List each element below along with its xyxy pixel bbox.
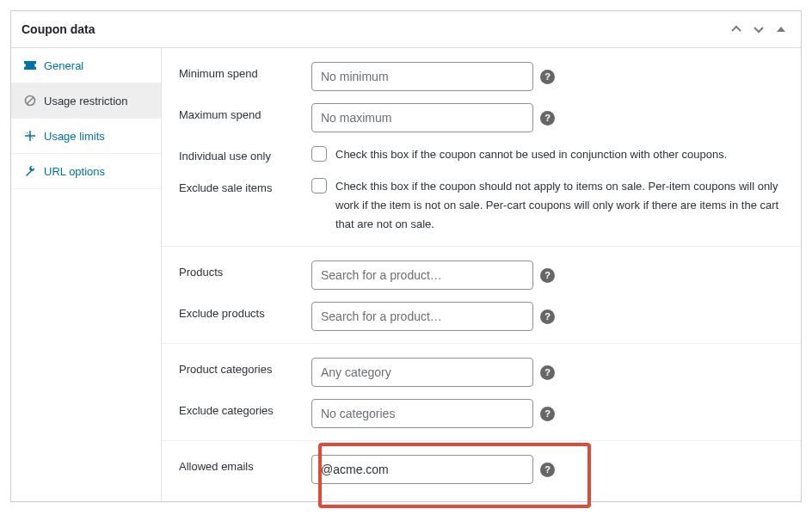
help-icon[interactable]: ? [540,407,555,421]
ban-icon [23,94,37,107]
panel-header: Coupon data [11,11,801,48]
products-label: Products [179,260,311,279]
minimum-spend-row: Minimum spend ? [162,50,801,91]
tabs-list: General Usage restriction Usage limits U… [11,48,162,501]
individual-use-row: Individual use only Check this box if th… [162,132,801,164]
panel-title: Coupon data [22,22,95,36]
help-icon[interactable]: ? [540,111,555,126]
exclude-products-row: Exclude products ? [162,290,801,331]
tab-usage-limits[interactable]: Usage limits [11,119,161,154]
tab-url-options[interactable]: URL options [11,154,161,189]
coupon-data-panel: Coupon data General [10,10,802,502]
exclude-sale-row: Exclude sale items Check this box if the… [162,164,801,234]
products-row: Products ? [162,248,801,290]
help-icon[interactable]: ? [540,310,555,324]
exclude-categories-input[interactable] [311,399,533,428]
tab-content: Minimum spend ? Maximum spend ? Individu… [162,48,801,501]
maximum-spend-label: Maximum spend [179,103,311,121]
allowed-emails-row: Allowed emails ? [162,443,801,484]
individual-use-checkbox[interactable] [311,146,327,162]
svg-line-1 [27,97,34,104]
exclude-categories-row: Exclude categories ? [162,387,801,428]
tab-label: URL options [44,165,105,178]
exclude-sale-label: Exclude sale items [179,176,311,194]
individual-use-help: Check this box if the coupon cannot be u… [335,144,727,164]
limits-icon [23,129,37,143]
exclude-sale-checkbox[interactable] [311,178,327,193]
move-up-icon[interactable] [727,20,746,39]
product-categories-input[interactable] [311,358,533,387]
exclude-categories-label: Exclude categories [179,399,311,417]
spend-section: Minimum spend ? Maximum spend ? Individu… [162,48,801,247]
product-categories-label: Product categories [179,358,311,376]
tab-label: Usage restriction [44,95,128,107]
panel-body: General Usage restriction Usage limits U… [11,48,801,501]
allowed-emails-label: Allowed emails [179,455,311,473]
product-categories-row: Product categories ? [162,346,801,387]
help-icon[interactable]: ? [540,268,555,283]
exclude-products-input[interactable] [311,302,533,331]
wrench-icon [23,164,37,178]
products-section: Products ? Exclude products ? [162,247,801,344]
categories-section: Product categories ? Exclude categories … [162,344,801,441]
products-input[interactable] [311,260,533,290]
tab-label: General [44,59,83,72]
header-controls [727,20,790,39]
help-icon[interactable]: ? [540,365,555,380]
maximum-spend-row: Maximum spend ? [162,91,801,132]
ticket-icon [23,58,37,72]
tab-label: Usage limits [44,130,105,143]
maximum-spend-input[interactable] [311,103,533,132]
emails-section: Allowed emails ? [162,441,801,501]
allowed-emails-input[interactable] [311,455,533,484]
individual-use-label: Individual use only [179,144,311,162]
exclude-products-label: Exclude products [179,302,311,320]
minimum-spend-input[interactable] [311,62,533,91]
move-down-icon[interactable] [749,20,768,39]
tab-general[interactable]: General [11,48,161,83]
collapse-toggle-icon[interactable] [772,20,790,39]
help-icon[interactable]: ? [540,70,555,84]
exclude-sale-help: Check this box if the coupon should not … [335,176,784,234]
tab-usage-restriction[interactable]: Usage restriction [11,83,161,119]
minimum-spend-label: Minimum spend [179,62,311,80]
help-icon[interactable]: ? [540,463,555,477]
